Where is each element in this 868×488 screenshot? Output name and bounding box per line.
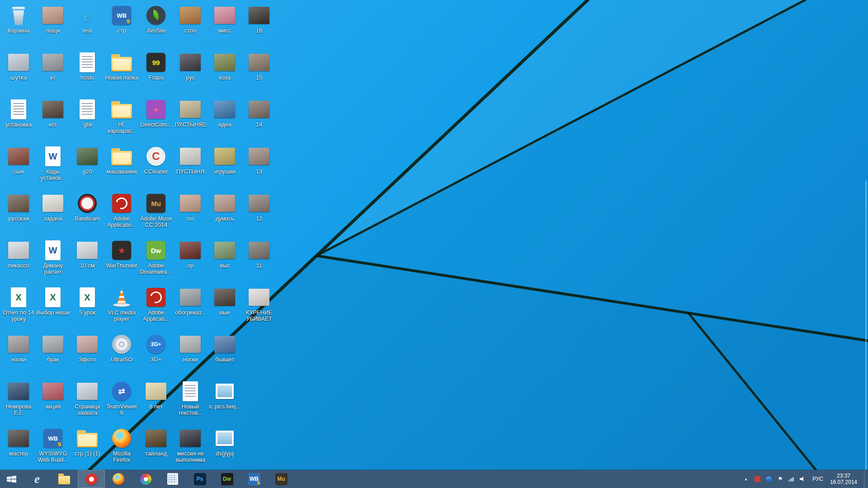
desktop-icon-loshchi[interactable]: лощи [36,5,70,34]
desktop-icon-kt[interactable]: кт [36,52,70,81]
desktop-icon-recycle-bin[interactable]: Корзина [1,5,36,34]
taskbar-internet-explorer-button[interactable]: e [24,470,51,488]
language-indicator[interactable]: РУС [811,476,825,482]
desktop-icon-rus[interactable]: рус [173,52,208,81]
desktop-icon-pikasso[interactable]: пикассо [1,239,36,269]
tray-teamviewer-icon[interactable] [765,475,773,483]
taskbar-web-builder-button[interactable]: WB9 [241,470,268,488]
desktop-icon-adobe-dreamweaver[interactable]: DwAdobe Dreamweav... [139,239,173,275]
clock[interactable]: 23:37 16.07.2014 [829,473,860,485]
desktop-icon-hosts[interactable]: hosts [70,52,104,81]
desktop-icon-jivosite[interactable]: JivoSite [139,5,173,34]
desktop-icon-mashavaniya[interactable]: машавания [104,145,139,175]
desktop-icon-missiya-ne-vypolnima[interactable]: миссия не выполнима [173,427,208,463]
vys-icon [214,239,235,261]
desktop-icon-adobe-application[interactable]: Adobe Applicati... [139,286,173,322]
desktop-icon-zadacha[interactable]: задача [36,192,70,222]
taskbar-dreamweaver-button[interactable]: Dw [213,470,241,488]
desktop-icon-vye[interactable]: вые [208,286,242,316]
desktop-icon-tailand[interactable]: тайланд [139,427,173,457]
desktop-icon-g20[interactable]: g20 [70,145,104,175]
desktop-icon-miss[interactable]: мисс [208,5,242,34]
desktop-icon-vosem-let[interactable]: 8 лет [139,380,173,410]
desktop-icon-ustanovka[interactable]: установка [1,99,36,128]
taskbar-firefox-button[interactable] [105,470,132,488]
desktop-icon-pyatyj-urok[interactable]: X5 урок [70,286,104,316]
desktop-icon-dumat[interactable]: думать [208,192,242,222]
desktop-icon-igrushki[interactable]: игрушки [208,145,242,175]
desktop-icon-str-1-1[interactable]: стр (1) (1) [70,427,104,457]
desktop-icon-ng-karparat[interactable]: НГ карпарат... [104,99,139,134]
desktop-icon-kody-ustanov[interactable]: WКоды установ... [36,145,70,181]
taskbar-photoshop-button[interactable]: Ps [186,470,213,488]
tray-expand-button[interactable]: ▲ [742,477,750,481]
desktop-icon-photo-11[interactable]: 11 [242,239,276,269]
desktop-icon-warthunder[interactable]: ★WarThunder [104,239,139,269]
desktop-icon-photo-14[interactable]: 14 [242,99,276,128]
taskbar-photo-viewer-button[interactable] [132,470,159,488]
taskbar-file-explorer-button[interactable] [51,470,78,488]
start-button[interactable] [0,470,24,488]
desktop-icon-pustynya2[interactable]: ПУСТЫНЯ2 [173,99,208,128]
desktop-icon-kot[interactable]: кот [36,99,70,128]
desktop-icon-neverova-eg[interactable]: Неверова Е.Г. [1,380,36,416]
desktop-icon-photo-12[interactable]: 12 [242,192,276,222]
desktop-icon-gbk[interactable]: 'gbk [70,99,104,128]
desktop-icon-directcom[interactable]: ◆DirectCom... [139,99,173,128]
desktop-icon-adobe-application-manager[interactable]: Adobe Applicatio... [104,192,139,228]
taskbar-adobe-muse-button[interactable]: Mu [268,470,295,488]
desktop-icon-syn[interactable]: сын [1,145,36,175]
desktop-icon-koza[interactable]: коза [208,52,242,81]
desktop-icon-ultraiso[interactable]: UltraISO [104,333,139,363]
desktop-icon-ds-jlyjq[interactable]: ds{jlyjq [208,427,242,457]
desktop-icon-or[interactable]: ор [173,239,208,269]
tray-bandicam-icon[interactable] [754,475,761,483]
desktop-icon-noski-2[interactable]: носки [173,333,208,363]
tray-network-icon[interactable] [788,475,795,483]
desktop-icon-photo-13[interactable]: 13 [242,145,276,175]
desktop-icon-threeg-plus[interactable]: 3G+3G+ [139,333,173,363]
tray-action-center-icon[interactable]: ⚑ [777,475,784,483]
desktop-icon-shutka[interactable]: шутка [1,52,36,81]
desktop-icon-pustynya[interactable]: ПУСТЫНЯ [173,145,208,175]
desktop-icon-str[interactable]: WB9стр [104,5,139,34]
desktop-icon-stol[interactable]: стол [173,5,208,34]
taskbar-spreadsheet-button[interactable] [159,470,186,488]
desktop-icon-desyat-sm[interactable]: 10 см [70,239,104,269]
tray-volume-icon[interactable] [799,475,807,483]
desktop-icon-russkaya[interactable]: русская [1,192,36,222]
desktop-icon-vybor-nishi[interactable]: XВыбор ниши [36,286,70,316]
desktop-icon-photo-16[interactable]: 16 [242,5,276,34]
desktop-icon-stranica-zahvata[interactable]: Страница захвата [70,380,104,416]
desktop-icon-obogrevat[interactable]: обогреват... [173,286,208,316]
ic-pics-livej-icon [216,380,234,402]
taskbar-yandex-browser-button[interactable] [78,470,105,488]
desktop-icon-brak[interactable]: брак [36,333,70,363]
desktop-icon-bandicam[interactable]: Bandicam [70,192,104,222]
desktop-icon-novyj-tekstov[interactable]: Новый текстов... [173,380,208,416]
desktop-icon-photo-15[interactable]: 15 [242,52,276,81]
desktop-icon-tri-foto[interactable]: 3фото [70,333,104,363]
desktop-icon-otchet-po-14-uroku[interactable]: XОтчет по 14 уроку [1,286,36,322]
desktop-icon-ideya[interactable]: идея [208,99,242,128]
desktop-icon-akciya[interactable]: акция [36,380,70,410]
desktop-icon-kurenie-ubivaet[interactable]: КУРЕНИЕ УБИВАЕТ [242,286,276,322]
desktop-icon-ic-pics-livej[interactable]: ic.pics.livej... [208,380,242,410]
desktop-icon-vlc-media-player[interactable]: VLC media player [104,286,139,322]
desktop-icon-ccleaner[interactable]: CCCleaner [139,145,173,175]
desktop-icon-test[interactable]: etest [70,5,104,34]
desktop-icon-byvaet[interactable]: бывает [208,333,242,363]
desktop-icon-pl[interactable]: пл [173,192,208,222]
desktop-icon-novaya-papka[interactable]: Новая папка [104,52,139,81]
desktop-icon-master[interactable]: мастер [1,427,36,457]
desktop-icon-fraps[interactable]: 99Fraps [139,52,173,81]
desktop-icon-teamviewer-9[interactable]: ⇄TeamViewer 9 [104,380,139,416]
kurenie-ubivaet-icon [249,286,269,308]
show-desktop-button[interactable] [864,470,868,488]
desktop-icon-dimanu-raschet[interactable]: WДиману расчет [36,239,70,275]
desktop-icon-adobe-muse-cc-2014[interactable]: MuAdobe Muse CC 2014 [139,192,173,228]
desktop-icon-mozilla-firefox[interactable]: Mozilla Firefox [104,427,139,463]
desktop-icon-wysiwyg-web-builder[interactable]: WB9WYSIWYG Web Build... [36,427,70,463]
desktop-icon-vys[interactable]: выс [208,239,242,269]
desktop-icon-noski[interactable]: носки [1,333,36,363]
